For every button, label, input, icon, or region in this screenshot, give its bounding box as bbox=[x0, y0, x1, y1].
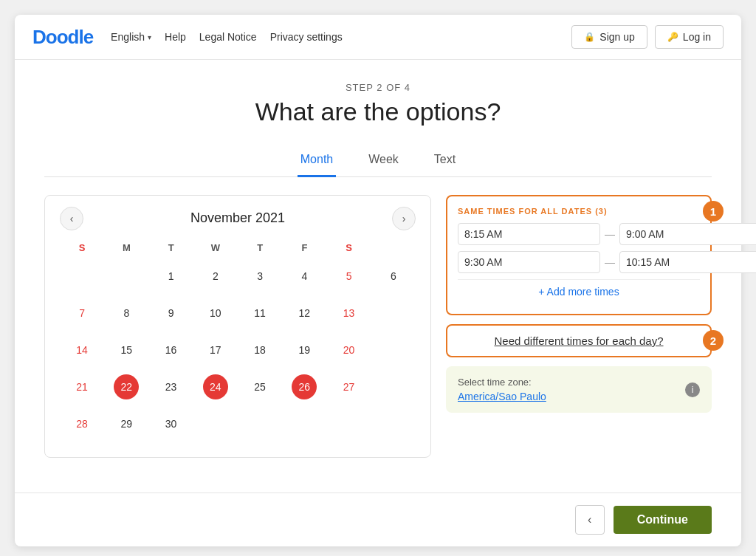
privacy-settings-link[interactable]: Privacy settings bbox=[270, 31, 343, 43]
tab-text[interactable]: Text bbox=[431, 147, 458, 177]
key-icon: 🔑 bbox=[667, 32, 678, 42]
calendar-day[interactable]: 7 bbox=[60, 295, 104, 332]
language-label: English bbox=[111, 31, 145, 43]
page-title: What are the options? bbox=[44, 97, 712, 126]
tab-week[interactable]: Week bbox=[365, 147, 402, 177]
times-section: SAME TIMES FOR ALL DATES (3) — × — bbox=[446, 195, 712, 315]
header-actions: 🔒 Sign up 🔑 Log in bbox=[571, 25, 724, 49]
right-panel: SAME TIMES FOR ALL DATES (3) — × — bbox=[446, 195, 712, 458]
calendar-day[interactable]: 9 bbox=[149, 295, 193, 332]
diff-times-box: Need different times for each day? bbox=[446, 324, 712, 357]
calendar-day[interactable]: 2 bbox=[193, 258, 238, 295]
time-end-2[interactable] bbox=[619, 251, 756, 273]
prev-month-button[interactable]: ‹ bbox=[60, 207, 83, 230]
calendar-day[interactable]: 30 bbox=[149, 405, 193, 442]
calendar-day[interactable]: 11 bbox=[238, 295, 282, 332]
lock-icon: 🔒 bbox=[584, 32, 595, 42]
time-start-1[interactable] bbox=[458, 223, 600, 245]
time-start-2[interactable] bbox=[458, 251, 600, 273]
cal-header-fri: F bbox=[282, 238, 326, 258]
calendar-day[interactable]: 13 bbox=[327, 295, 371, 332]
calendar-day[interactable]: 6 bbox=[371, 258, 416, 295]
help-link[interactable]: Help bbox=[165, 31, 186, 43]
footer: ‹ Continue bbox=[15, 492, 741, 546]
chevron-down-icon: ▾ bbox=[148, 33, 151, 41]
times-box: SAME TIMES FOR ALL DATES (3) — × — bbox=[446, 195, 712, 315]
step-badge-1: 1 bbox=[703, 201, 724, 222]
timezone-info: Select time zone: America/Sao Paulo bbox=[458, 377, 546, 402]
diff-times-link[interactable]: Need different times for each day? bbox=[494, 334, 663, 347]
timezone-label: Select time zone: bbox=[458, 377, 546, 388]
language-selector[interactable]: English ▾ bbox=[111, 31, 151, 43]
nav-links: English ▾ Help Legal Notice Privacy sett… bbox=[111, 31, 571, 43]
tab-month[interactable]: Month bbox=[298, 147, 336, 177]
content-area: ‹ November 2021 › S M T W T F S bbox=[44, 195, 712, 458]
calendar-day[interactable]: 8 bbox=[104, 295, 148, 332]
calendar-day[interactable]: 17 bbox=[193, 332, 238, 368]
step-badge-2: 2 bbox=[703, 330, 724, 351]
login-label: Log in bbox=[683, 31, 711, 43]
cal-header-thu: T bbox=[238, 238, 282, 258]
calendar-day[interactable]: 5 bbox=[327, 258, 371, 295]
times-box-header: SAME TIMES FOR ALL DATES (3) bbox=[458, 207, 700, 216]
calendar-month-title: November 2021 bbox=[190, 210, 285, 226]
calendar-day[interactable]: 1 bbox=[149, 258, 193, 295]
time-row-2: — × bbox=[458, 251, 700, 273]
info-icon[interactable]: i bbox=[685, 382, 700, 397]
cal-header-wed: W bbox=[193, 238, 238, 258]
cal-header-tue: T bbox=[149, 238, 193, 258]
calendar-day[interactable]: 16 bbox=[149, 332, 193, 368]
cal-header-sun: S bbox=[60, 238, 104, 258]
back-button[interactable]: ‹ bbox=[575, 505, 605, 535]
login-button[interactable]: 🔑 Log in bbox=[655, 25, 724, 49]
calendar-day[interactable]: 27 bbox=[327, 368, 371, 405]
calendar-grid: S M T W T F S 12345678910111213141516171… bbox=[60, 238, 416, 442]
time-dash-2: — bbox=[605, 256, 615, 268]
calendar-day[interactable]: 23 bbox=[149, 368, 193, 405]
page-wrapper: Doodle English ▾ Help Legal Notice Priva… bbox=[15, 15, 741, 546]
calendar-day bbox=[327, 405, 371, 442]
calendar-day[interactable]: 10 bbox=[193, 295, 238, 332]
next-month-button[interactable]: › bbox=[392, 207, 416, 230]
time-end-1[interactable] bbox=[619, 223, 756, 245]
calendar-day[interactable]: 21 bbox=[60, 368, 104, 405]
add-more-times-button[interactable]: + Add more times bbox=[458, 279, 700, 303]
calendar-day[interactable]: 20 bbox=[327, 332, 371, 368]
time-row-1: — × bbox=[458, 223, 700, 245]
calendar-day[interactable]: 18 bbox=[238, 332, 282, 368]
legal-notice-link[interactable]: Legal Notice bbox=[199, 31, 257, 43]
cal-header-mon: M bbox=[104, 238, 148, 258]
calendar-day[interactable]: 4 bbox=[282, 258, 326, 295]
header: Doodle English ▾ Help Legal Notice Priva… bbox=[15, 15, 741, 60]
calendar-nav: ‹ November 2021 › bbox=[60, 210, 416, 226]
time-dash-1: — bbox=[605, 228, 615, 240]
diff-times-section: Need different times for each day? 2 bbox=[446, 324, 712, 357]
calendar-day[interactable]: 26 bbox=[282, 368, 326, 405]
calendar-day[interactable]: 22 bbox=[104, 368, 148, 405]
logo: Doodle bbox=[32, 26, 93, 49]
signup-label: Sign up bbox=[599, 31, 634, 43]
timezone-value[interactable]: America/Sao Paulo bbox=[458, 391, 546, 402]
calendar-body: 1234567891011121314151617181920212223242… bbox=[60, 258, 416, 442]
calendar-day[interactable]: 29 bbox=[104, 405, 148, 442]
calendar-day[interactable]: 28 bbox=[60, 405, 104, 442]
continue-button[interactable]: Continue bbox=[614, 506, 712, 534]
calendar-day[interactable]: 14 bbox=[60, 332, 104, 368]
calendar-day bbox=[104, 258, 148, 295]
timezone-box: Select time zone: America/Sao Paulo i bbox=[446, 366, 712, 413]
main-content: STEP 2 OF 4 What are the options? Month … bbox=[15, 60, 741, 492]
calendar-day[interactable]: 25 bbox=[238, 368, 282, 405]
calendar-day bbox=[193, 405, 238, 442]
calendar-day bbox=[282, 405, 326, 442]
calendar-panel: ‹ November 2021 › S M T W T F S bbox=[44, 195, 431, 458]
calendar-day[interactable]: 12 bbox=[282, 295, 326, 332]
signup-button[interactable]: 🔒 Sign up bbox=[571, 25, 647, 49]
calendar-day bbox=[238, 405, 282, 442]
calendar-day[interactable]: 15 bbox=[104, 332, 148, 368]
calendar-day[interactable]: 19 bbox=[282, 332, 326, 368]
calendar-day[interactable]: 24 bbox=[193, 368, 238, 405]
calendar-day[interactable]: 3 bbox=[238, 258, 282, 295]
cal-header-sat: S bbox=[327, 238, 371, 258]
step-label: STEP 2 OF 4 bbox=[44, 82, 712, 93]
tabs: Month Week Text bbox=[44, 147, 712, 177]
